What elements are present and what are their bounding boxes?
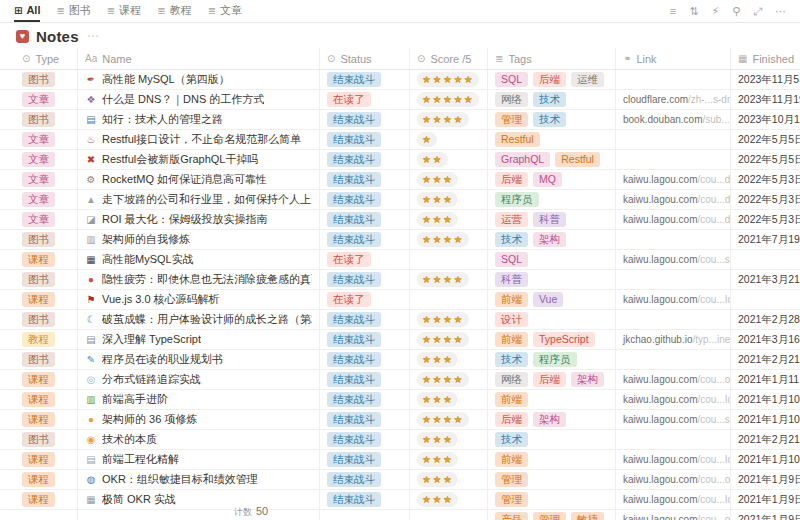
score-cell[interactable]: ★★★	[410, 190, 488, 209]
tags-cell[interactable]: 程序员	[488, 190, 616, 209]
column-header-type[interactable]: ⊙ Type	[0, 48, 78, 69]
tab-articles[interactable]: ≣ 文章	[208, 0, 242, 22]
score-cell[interactable]: ★★★	[410, 450, 488, 469]
status-cell[interactable]: 在读了	[320, 290, 410, 309]
column-header-score[interactable]: ⊙ Score /5	[410, 48, 488, 69]
finished-cell[interactable]: 2022年5月5日	[731, 150, 800, 169]
finished-cell[interactable]: 2023年11月19日	[731, 90, 800, 109]
score-cell[interactable]	[410, 510, 488, 520]
type-cell[interactable]: 课程	[0, 290, 78, 309]
type-cell[interactable]: 课程	[0, 370, 78, 389]
link-cell[interactable]: kaiwu.lagou.com/cou...d=1045	[616, 210, 731, 229]
name-cell[interactable]: ✎程序员在读的职业规划书	[78, 350, 320, 369]
tags-cell[interactable]: 产品管理敏捷	[488, 510, 616, 520]
automation-icon[interactable]: ⚡	[711, 5, 719, 18]
link-cell[interactable]	[616, 230, 731, 249]
table-row[interactable]: 图书▥架构师的自我修炼结束战斗★★★★技术架构2021年7月19日	[0, 230, 800, 250]
score-cell[interactable]: ★★★★★	[410, 90, 488, 109]
tags-cell[interactable]: 前端Vue	[488, 290, 616, 309]
status-cell[interactable]: 结束战斗	[320, 330, 410, 349]
table-row[interactable]: 教程▤深入理解 TypeScript结束战斗★★★★前端TypeScriptjk…	[0, 330, 800, 350]
type-cell[interactable]: 课程	[0, 450, 78, 469]
filter-icon[interactable]: ≡	[670, 5, 676, 17]
tab-courses[interactable]: ≣ 课程	[107, 0, 141, 22]
score-cell[interactable]: ★★★	[410, 470, 488, 489]
tags-cell[interactable]: 科普	[488, 270, 616, 289]
finished-cell[interactable]	[731, 290, 800, 309]
tags-cell[interactable]: 技术架构	[488, 230, 616, 249]
type-cell[interactable]: 图书	[0, 70, 78, 89]
finished-cell[interactable]: 2021年1月10日	[731, 450, 800, 469]
type-cell[interactable]: 图书	[0, 270, 78, 289]
link-cell[interactable]: jkchao.github.io/typ...inese/	[616, 330, 731, 349]
finished-cell[interactable]: 2021年3月21日	[731, 270, 800, 289]
status-cell[interactable]: 结束战斗	[320, 270, 410, 289]
tags-cell[interactable]: 管理	[488, 470, 616, 489]
table-row[interactable]: 图书●隐性疲劳：即使休息也无法消除疲惫感的真面目结束战斗★★★★科普2021年3…	[0, 270, 800, 290]
tags-cell[interactable]: 网络技术	[488, 90, 616, 109]
table-row[interactable]: 文章✖Restful会被新版GraphQL干掉吗结束战斗★★GraphQLRes…	[0, 150, 800, 170]
sort-icon[interactable]: ⇅	[689, 5, 698, 18]
status-cell[interactable]: 结束战斗	[320, 190, 410, 209]
link-cell[interactable]	[616, 310, 731, 329]
column-header-link[interactable]: ⚭ Link	[616, 48, 731, 69]
name-cell[interactable]: ◍OKR：组织敏捷目标和绩效管理	[78, 470, 320, 489]
column-header-status[interactable]: ⊙ Status	[320, 48, 410, 69]
tags-cell[interactable]: GraphQLRestful	[488, 150, 616, 169]
name-cell[interactable]: ✒高性能 MySQL（第四版）	[78, 70, 320, 89]
table-row[interactable]: 文章❖什么是 DNS？｜DNS 的工作方式在读了★★★★★网络技术cloudfl…	[0, 90, 800, 110]
status-cell[interactable]: 结束战斗	[320, 490, 410, 509]
type-cell[interactable]: 图书	[0, 110, 78, 129]
status-cell[interactable]: 结束战斗	[320, 130, 410, 149]
table-row[interactable]: 图书✎程序员在读的职业规划书结束战斗★★★技术程序员2021年2月21日	[0, 350, 800, 370]
finished-cell[interactable]: 2021年1月9日	[731, 490, 800, 509]
status-cell[interactable]: 结束战斗	[320, 110, 410, 129]
tags-cell[interactable]: 前端	[488, 450, 616, 469]
type-cell[interactable]	[0, 510, 78, 520]
column-header-name[interactable]: Aa Name	[78, 48, 320, 69]
table-row[interactable]: 文章♨Restful接口设计，不止命名规范那么简单结束战斗★Restful202…	[0, 130, 800, 150]
table-row[interactable]: 课程◎分布式链路追踪实战结束战斗★★★★网络后端架构kaiwu.lagou.co…	[0, 370, 800, 390]
status-cell[interactable]: 结束战斗	[320, 230, 410, 249]
score-cell[interactable]: ★★★★	[410, 270, 488, 289]
table-row[interactable]: 文章◪ROI 最大化：保姆级投放实操指南结束战斗★★★运营科普kaiwu.lag…	[0, 210, 800, 230]
type-cell[interactable]: 图书	[0, 310, 78, 329]
search-icon[interactable]: ⚲	[732, 5, 740, 18]
tags-cell[interactable]: 前端	[488, 390, 616, 409]
finished-cell[interactable]: 2023年11月5日	[731, 70, 800, 89]
tags-cell[interactable]: 设计	[488, 310, 616, 329]
finished-cell[interactable]: 2021年7月19日	[731, 230, 800, 249]
link-cell[interactable]: cloudflare.com/zh-...s-dns/	[616, 90, 731, 109]
status-cell[interactable]: 结束战斗	[320, 150, 410, 169]
type-cell[interactable]: 文章	[0, 130, 78, 149]
status-cell[interactable]: 结束战斗	[320, 210, 410, 229]
table-row[interactable]: 课程▦高性能MySQL实战在读了SQLkaiwu.lagou.com/cou..…	[0, 250, 800, 270]
table-row[interactable]: 课程●架构师的 36 项修炼结束战斗★★★★后端架构kaiwu.lagou.co…	[0, 410, 800, 430]
link-cell[interactable]: kaiwu.lagou.com/cou...Id=326	[616, 290, 731, 309]
score-cell[interactable]	[410, 250, 488, 269]
link-cell[interactable]: kaiwu.lagou.com/cou...ontent	[616, 470, 731, 489]
tags-cell[interactable]: 后端架构	[488, 410, 616, 429]
table-row[interactable]: 文章▲走下坡路的公司和行业里，如何保持个人上升？结束战斗★★★程序员kaiwu.…	[0, 190, 800, 210]
name-cell[interactable]: ♨Restful接口设计，不止命名规范那么简单	[78, 130, 320, 149]
score-cell[interactable]: ★★★★	[410, 410, 488, 429]
tags-cell[interactable]: 后端MQ	[488, 170, 616, 189]
finished-cell[interactable]: 2021年1月9日	[731, 470, 800, 489]
link-cell[interactable]	[616, 130, 731, 149]
score-cell[interactable]: ★	[410, 130, 488, 149]
link-cell[interactable]	[616, 350, 731, 369]
link-cell[interactable]: kaiwu.lagou.com/cou...Id=180	[616, 390, 731, 409]
score-cell[interactable]: ★★★	[410, 490, 488, 509]
score-cell[interactable]: ★★★★	[410, 310, 488, 329]
tags-cell[interactable]: SQL后端运维	[488, 70, 616, 89]
type-cell[interactable]: 课程	[0, 490, 78, 509]
link-cell[interactable]: kaiwu.lagou.com/cou...d=1255	[616, 190, 731, 209]
name-cell[interactable]: ◪ROI 最大化：保姆级投放实操指南	[78, 210, 320, 229]
column-header-finished[interactable]: ▦ Finished	[731, 48, 800, 69]
score-cell[interactable]: ★★★	[410, 350, 488, 369]
finished-cell[interactable]: 2021年2月28日	[731, 310, 800, 329]
tags-cell[interactable]: 管理	[488, 490, 616, 509]
link-cell[interactable]	[616, 430, 731, 449]
score-cell[interactable]: ★★★★	[410, 110, 488, 129]
tags-cell[interactable]: 管理技术	[488, 110, 616, 129]
